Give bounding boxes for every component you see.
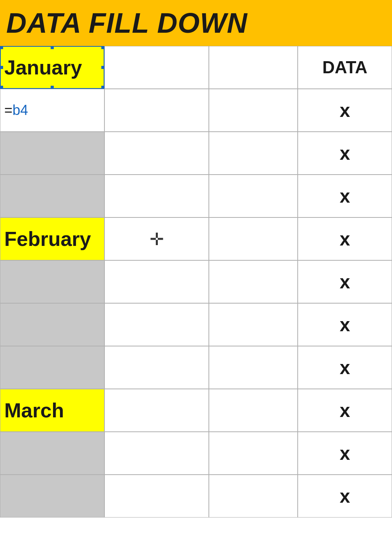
january-label: January — [4, 56, 82, 79]
cell-b5-cursor[interactable]: ✛ — [104, 217, 209, 260]
cell-d2-x[interactable]: x — [298, 89, 392, 132]
cell-d4-x[interactable]: x — [298, 175, 392, 217]
cell-c9[interactable] — [209, 389, 298, 432]
cell-b11[interactable] — [104, 475, 209, 518]
selection-handle-tl — [0, 46, 3, 49]
cell-a4-gray[interactable] — [0, 175, 104, 217]
selection-handle-br — [101, 86, 104, 89]
cell-c1[interactable] — [209, 46, 298, 89]
cell-d7-x[interactable]: x — [298, 303, 392, 346]
title-bar: DATA FILL DOWN — [0, 0, 392, 46]
formula-eq: = — [4, 102, 12, 118]
x-marker-6: x — [340, 314, 350, 336]
cell-a5-february[interactable]: February — [0, 217, 104, 260]
x-marker-7: x — [340, 357, 350, 378]
cell-c11[interactable] — [209, 475, 298, 518]
x-marker-8: x — [340, 400, 350, 421]
cell-b9[interactable] — [104, 389, 209, 432]
selection-handle-mr — [101, 66, 104, 69]
selection-handle-bm — [51, 86, 54, 89]
cell-c2[interactable] — [209, 89, 298, 132]
x-marker-9: x — [340, 443, 350, 464]
cell-b6[interactable] — [104, 260, 209, 303]
spreadsheet: DATA FILL DOWN January DATA =b4 — [0, 0, 392, 537]
cell-d9-x[interactable]: x — [298, 389, 392, 432]
cell-a8-gray[interactable] — [0, 346, 104, 389]
selection-handle-ml — [0, 66, 3, 69]
page-title: DATA FILL DOWN — [6, 7, 247, 39]
cell-c6[interactable] — [209, 260, 298, 303]
cell-a3-gray[interactable] — [0, 132, 104, 175]
cell-c4[interactable] — [209, 175, 298, 217]
formula-label: =b4 — [4, 102, 28, 118]
selection-handle-tm — [51, 46, 54, 49]
cell-a6-gray[interactable] — [0, 260, 104, 303]
cell-b4[interactable] — [104, 175, 209, 217]
cell-a10-gray[interactable] — [0, 432, 104, 475]
cell-d6-x[interactable]: x — [298, 260, 392, 303]
cell-d8-x[interactable]: x — [298, 346, 392, 389]
move-cursor-icon: ✛ — [150, 229, 164, 249]
x-marker-4: x — [340, 228, 350, 250]
march-label: March — [4, 399, 64, 422]
cell-c5[interactable] — [209, 217, 298, 260]
cell-d1-header[interactable]: DATA — [298, 46, 392, 89]
cell-d5-x[interactable]: x — [298, 217, 392, 260]
selection-handle-tr — [101, 46, 104, 49]
cell-a2-formula[interactable]: =b4 — [0, 89, 104, 132]
spreadsheet-grid: January DATA =b4 x x x — [0, 46, 392, 518]
february-label: February — [4, 227, 91, 251]
cell-b7[interactable] — [104, 303, 209, 346]
cell-d11-x[interactable]: x — [298, 475, 392, 518]
formula-ref: b4 — [12, 102, 28, 118]
x-marker-2: x — [340, 143, 350, 164]
cell-b8[interactable] — [104, 346, 209, 389]
cell-a9-march[interactable]: March — [0, 389, 104, 432]
cell-c7[interactable] — [209, 303, 298, 346]
cell-c3[interactable] — [209, 132, 298, 175]
cell-c8[interactable] — [209, 346, 298, 389]
cell-a11-gray[interactable] — [0, 475, 104, 518]
x-marker-10: x — [340, 486, 350, 507]
x-marker-5: x — [340, 271, 350, 293]
cell-b3[interactable] — [104, 132, 209, 175]
cell-a1-january[interactable]: January — [0, 46, 104, 89]
selection-handle-bl — [0, 86, 3, 89]
cell-b10[interactable] — [104, 432, 209, 475]
cell-c10[interactable] — [209, 432, 298, 475]
x-marker-3: x — [340, 185, 350, 207]
cell-b1[interactable] — [104, 46, 209, 89]
cell-d3-x[interactable]: x — [298, 132, 392, 175]
x-marker-1: x — [340, 100, 350, 121]
data-header-label: DATA — [322, 58, 367, 77]
cell-b2[interactable] — [104, 89, 209, 132]
cell-a7-gray[interactable] — [0, 303, 104, 346]
cell-d10-x[interactable]: x — [298, 432, 392, 475]
